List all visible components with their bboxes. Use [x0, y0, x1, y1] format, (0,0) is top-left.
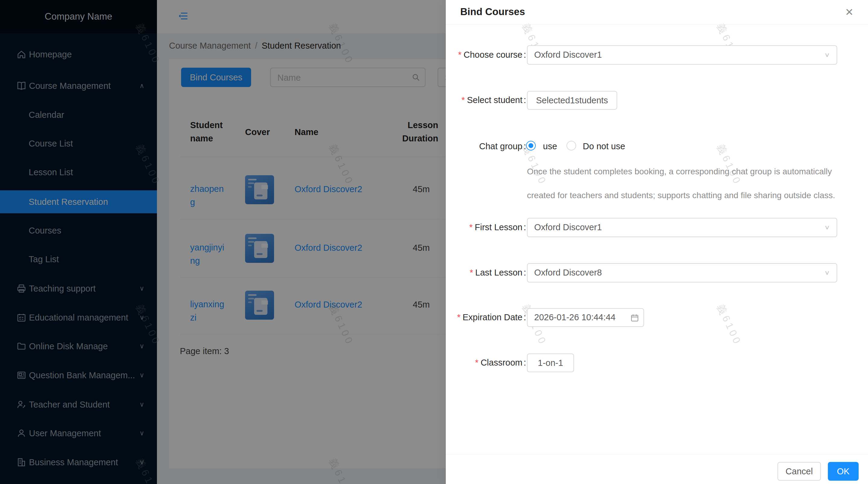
required-asterisk: *: [475, 358, 478, 367]
last-lesson-select[interactable]: Oxford Discover8 ∨: [527, 263, 837, 283]
select-student-label: *Select student: [446, 95, 522, 105]
first-lesson-value: Oxford Discover1: [534, 222, 602, 232]
last-lesson-row: *Last Lesson : Oxford Discover8 ∨: [446, 263, 868, 283]
chat-group-donotuse-radio[interactable]: [566, 141, 576, 150]
required-asterisk: *: [462, 95, 465, 105]
chevron-down-icon: ∨: [824, 224, 830, 231]
drawer-header: Bind Courses ✕: [446, 0, 868, 25]
chat-group-description: Once the student completes booking, a co…: [527, 160, 856, 207]
first-lesson-select[interactable]: Oxford Discover1 ∨: [527, 218, 837, 237]
chevron-down-icon: ∨: [824, 269, 830, 276]
first-lesson-row: *First Lesson : Oxford Discover1 ∨: [446, 218, 868, 237]
selected-students-button[interactable]: Selected1students: [527, 91, 617, 110]
required-asterisk: *: [458, 50, 462, 59]
label-colon: :: [524, 358, 526, 368]
chat-group-donotuse-label[interactable]: Do not use: [583, 141, 625, 151]
drawer-title: Bind Courses: [460, 6, 525, 18]
label-colon: :: [524, 222, 526, 232]
label-colon: :: [524, 95, 526, 105]
choose-course-select[interactable]: Oxford Discover1 ∨: [527, 45, 837, 65]
classroom-button[interactable]: 1-on-1: [527, 353, 574, 372]
classroom-row: *Classroom : 1-on-1: [446, 353, 868, 372]
drawer-footer: Cancel OK: [446, 454, 868, 484]
required-asterisk: *: [470, 268, 473, 277]
close-icon[interactable]: ✕: [843, 5, 856, 19]
select-student-row: *Select student : Selected1students: [446, 91, 868, 110]
chat-group-label: Chat group: [446, 141, 522, 151]
required-asterisk: *: [457, 312, 460, 322]
label-colon: :: [524, 268, 526, 278]
bind-courses-drawer: 義6100 義6100 義6100 義6100 義6100 義6100 義610…: [446, 0, 868, 484]
ok-button[interactable]: OK: [828, 462, 859, 481]
choose-course-value: Oxford Discover1: [534, 50, 602, 60]
chat-group-use-label[interactable]: use: [543, 141, 557, 151]
last-lesson-label: *Last Lesson: [446, 268, 522, 278]
expiration-date-value: 2026-01-26 10:44:44: [534, 312, 615, 322]
expiration-date-row: *Expiration Date : 2026-01-26 10:44:44: [446, 308, 868, 327]
chat-group-row: Chat group : use Do not use: [446, 141, 868, 153]
required-asterisk: *: [469, 222, 473, 232]
modal-dim-overlay[interactable]: [0, 0, 446, 484]
chevron-down-icon: ∨: [824, 51, 830, 58]
label-colon: :: [524, 50, 526, 60]
expiration-date-label: *Expiration Date: [446, 312, 522, 322]
choose-course-label: *Choose course: [446, 50, 522, 60]
classroom-label: *Classroom: [446, 358, 522, 368]
choose-course-row: *Choose course : Oxford Discover1 ∨: [446, 45, 868, 65]
cancel-button[interactable]: Cancel: [777, 462, 821, 481]
label-colon: :: [524, 312, 526, 322]
calendar-icon: [630, 313, 639, 322]
last-lesson-value: Oxford Discover8: [534, 268, 602, 278]
expiration-date-picker[interactable]: 2026-01-26 10:44:44: [527, 308, 644, 327]
chat-group-use-radio[interactable]: [526, 141, 536, 150]
first-lesson-label: *First Lesson: [446, 222, 522, 232]
label-colon: :: [524, 141, 526, 151]
